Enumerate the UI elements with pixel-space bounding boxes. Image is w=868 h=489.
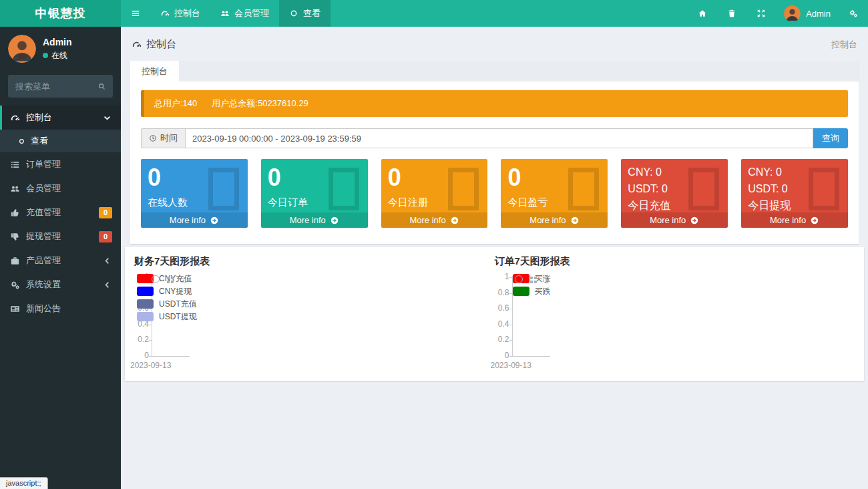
- nav-item-members[interactable]: 会员管理: [210, 0, 279, 27]
- arrow-circle-icon: [570, 216, 580, 225]
- gears-icon: [849, 9, 858, 18]
- sidebar-menu: 控制台查看订单管理会员管理充值管理0提现管理0产品管理系统设置新闻公告: [0, 106, 121, 321]
- page-title: 控制台: [132, 38, 176, 51]
- bag-icon: [10, 256, 20, 266]
- sidebar: Admin 在线 控制台查看订单管理会员管理充值管理0提现管理0产品管理系统设置…: [0, 27, 121, 489]
- nav-item-label: 会员管理: [234, 7, 269, 19]
- home-button[interactable]: [688, 0, 717, 27]
- sidebar-item-label: 系统设置: [26, 279, 61, 291]
- main-content: 控制台 控制台 控制台 总用户:140 用户总余额:50237610.29 时间…: [121, 27, 868, 489]
- info-box-today-registrations: 0今日注册More info: [381, 159, 488, 228]
- y-axis-tick-label: 0.8: [495, 288, 509, 297]
- search-button[interactable]: [91, 82, 113, 92]
- total-balance: 用户总余额:50237610.29: [212, 98, 308, 110]
- chart-plot-area: 10.80.60.40.202023-09-13CNY充值CNY提现USDT充值…: [134, 273, 495, 373]
- arrow-circle-icon: [330, 216, 339, 225]
- sidebar-item-label: 提现管理: [26, 230, 61, 242]
- chart-type-icon[interactable]: [167, 277, 170, 279]
- query-button[interactable]: 查询: [813, 128, 848, 148]
- box-glyph-icon: [688, 168, 719, 210]
- more-info-label: More info: [170, 215, 206, 225]
- content-header: 控制台 控制台: [121, 27, 868, 61]
- app-logo[interactable]: 中银慧投: [0, 0, 121, 27]
- sidebar-item-label: 充值管理: [26, 206, 61, 218]
- chart-restore-icon[interactable]: [515, 275, 523, 283]
- thumbs-down-icon: [10, 232, 20, 242]
- tab-dashboard[interactable]: 控制台: [130, 61, 179, 82]
- clock-icon: [149, 134, 157, 142]
- hamburger-icon: [131, 9, 140, 18]
- nav-item-view[interactable]: 查看: [279, 0, 331, 27]
- sidebar-item-view[interactable]: 查看: [0, 130, 121, 152]
- settings-button[interactable]: [839, 0, 868, 27]
- sidebar-item-label: 新闻公告: [26, 303, 61, 315]
- user-menu[interactable]: Admin: [776, 0, 839, 27]
- more-info-link[interactable]: More info: [621, 212, 728, 228]
- sidebar-item-settings[interactable]: 系统设置: [0, 273, 121, 297]
- arrow-circle-icon: [210, 216, 219, 225]
- info-box-today-withdrawal: CNY: 0USDT: 0今日提现More info: [741, 159, 848, 228]
- sidebar-item-withdraw[interactable]: 提现管理0: [0, 224, 121, 249]
- more-info-label: More info: [290, 215, 326, 225]
- chart-download-icon[interactable]: ↓: [181, 275, 186, 283]
- y-axis-tick-label: 0: [495, 351, 509, 360]
- sidebar-item-orders[interactable]: 订单管理: [0, 152, 121, 176]
- nav-item-label: 查看: [303, 7, 320, 19]
- count-badge: 0: [99, 231, 112, 242]
- sidebar-item-label: 查看: [31, 135, 48, 147]
- user-name: Admin: [806, 9, 831, 19]
- sidebar-item-members[interactable]: 会员管理: [0, 176, 121, 200]
- legend-item[interactable]: 买跌: [513, 287, 551, 296]
- time-filter-label: 时间: [141, 128, 185, 148]
- sidebar-item-news[interactable]: 新闻公告: [0, 297, 121, 321]
- chevron-left-icon: [102, 256, 112, 266]
- navbar-menu: 控制台会员管理查看: [150, 0, 331, 27]
- box-glyph-icon: [329, 168, 359, 210]
- more-info-link[interactable]: More info: [501, 212, 608, 228]
- home-icon: [698, 9, 707, 18]
- nav-item-dashboard[interactable]: 控制台: [150, 0, 210, 27]
- legend-item[interactable]: USDT提现: [137, 312, 197, 321]
- legend-item[interactable]: USDT充值: [137, 299, 197, 309]
- legend-item[interactable]: CNY提现: [137, 287, 197, 296]
- more-info-link[interactable]: More info: [381, 212, 488, 228]
- sidebar-item-products[interactable]: 产品管理: [0, 249, 121, 273]
- info-box-online-users: 0在线人数More info: [141, 159, 248, 228]
- news-icon: [10, 304, 20, 314]
- gauge-icon: [10, 113, 20, 123]
- thumbs-up-icon: [10, 208, 20, 218]
- search-input[interactable]: [8, 82, 91, 92]
- date-range-input[interactable]: [185, 128, 813, 148]
- x-axis-tick-label: 2023-09-13: [491, 361, 531, 370]
- sidebar-toggle-button[interactable]: [121, 0, 150, 27]
- chart-download-icon[interactable]: ↓: [544, 275, 550, 283]
- legend-label: CNY提现: [159, 286, 192, 297]
- more-info-link[interactable]: More info: [141, 212, 248, 228]
- legend-label: 买跌: [535, 286, 551, 297]
- gears-icon: [10, 280, 20, 290]
- gauge-icon: [160, 9, 170, 18]
- y-axis-tick-label: 0.2: [495, 335, 509, 344]
- gauge-icon: [132, 39, 142, 49]
- fullscreen-button[interactable]: [746, 0, 776, 27]
- arrow-circle-icon: [810, 216, 819, 225]
- clear-cache-button[interactable]: [717, 0, 746, 27]
- sidebar-user-panel: Admin 在线: [0, 27, 121, 72]
- chart-restore-icon[interactable]: [152, 275, 160, 283]
- sidebar-item-label: 控制台: [26, 112, 52, 124]
- more-info-link[interactable]: More info: [261, 212, 368, 228]
- trash-icon: [727, 9, 736, 18]
- nav-item-label: 控制台: [174, 7, 200, 19]
- more-info-link[interactable]: More info: [741, 212, 848, 228]
- more-info-label: More info: [650, 215, 686, 225]
- summary-alert: 总用户:140 用户总余额:50237610.29: [141, 90, 848, 117]
- x-axis-tick-label: 2023-09-13: [130, 361, 171, 370]
- sidebar-item-dashboard[interactable]: 控制台: [0, 106, 121, 130]
- more-info-label: More info: [409, 215, 445, 225]
- info-box-today-recharge: CNY: 0USDT: 0今日充值More info: [621, 159, 728, 228]
- sidebar-item-recharge[interactable]: 充值管理0: [0, 200, 121, 224]
- chart-plot-area: 10.80.60.40.202023-09-13买涨买跌↓: [495, 273, 855, 373]
- user-status[interactable]: 在线: [43, 50, 72, 61]
- chart-type-icon[interactable]: [530, 277, 533, 279]
- sidebar-item-label: 会员管理: [26, 182, 61, 194]
